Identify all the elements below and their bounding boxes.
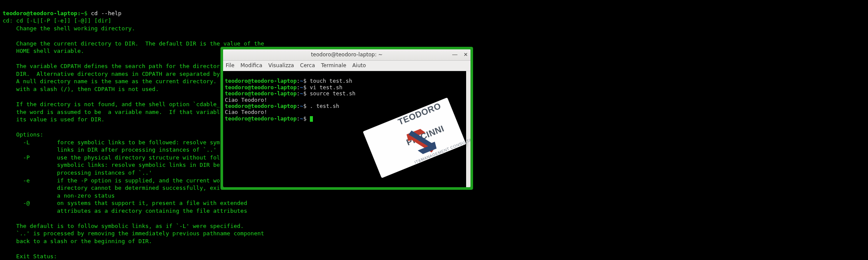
window-inner: teodoro@teodoro-laptop: ~ — ✕ File Modif…	[223, 49, 470, 187]
menu-terminale[interactable]: Terminale	[321, 62, 346, 69]
cursor	[310, 116, 313, 122]
menu-modifica[interactable]: Modifica	[240, 62, 262, 69]
svg-marker-0	[406, 127, 436, 159]
minimize-button[interactable]: —	[452, 51, 457, 58]
watermark-logo: TEODORO PICCINNI IT&MANAGEMENT CONSULTAN…	[363, 98, 466, 178]
menu-file[interactable]: File	[226, 62, 234, 69]
window-menubar: File Modifica Visualizza Cerca Terminale…	[223, 61, 470, 71]
menu-cerca[interactable]: Cerca	[300, 62, 315, 69]
bg-prompt-sep: :	[77, 10, 81, 16]
bg-prompt-dollar: $	[84, 10, 88, 16]
window-titlebar[interactable]: teodoro@teodoro-laptop: ~ — ✕	[223, 49, 470, 61]
window-controls: — ✕	[452, 49, 468, 60]
bg-prompt-user: teodoro@teodoro-laptop	[3, 10, 77, 16]
terminal-body[interactable]: teodoro@teodoro-laptop:~$ touch test.sh …	[223, 71, 470, 187]
bg-prompt-path: ~	[81, 10, 84, 16]
menu-aiuto[interactable]: Aiuto	[352, 62, 366, 69]
foreground-terminal-window: teodoro@teodoro-laptop: ~ — ✕ File Modif…	[220, 47, 473, 190]
bg-command: cd --help	[91, 10, 122, 16]
window-title: teodoro@teodoro-laptop: ~	[311, 51, 382, 58]
menu-visualizza[interactable]: Visualizza	[268, 62, 294, 69]
close-button[interactable]: ✕	[464, 51, 468, 58]
